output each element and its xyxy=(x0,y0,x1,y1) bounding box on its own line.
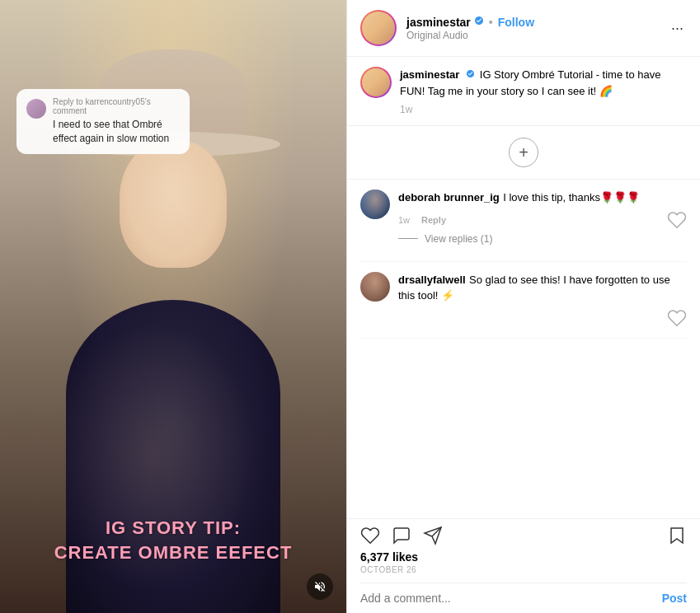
comment-input[interactable] xyxy=(360,592,662,605)
comment-reply-deborah[interactable]: Reply xyxy=(421,215,446,225)
username-text: jasminestar xyxy=(406,16,471,29)
view-replies-deborah[interactable]: View replies (1) xyxy=(398,233,687,245)
mute-icon[interactable] xyxy=(307,573,333,600)
svg-marker-2 xyxy=(671,528,683,543)
post-header: jasminestar • Follow Original Audio ··· xyxy=(347,0,700,57)
video-panel: Reply to karrencountry05's comment I nee… xyxy=(0,0,346,613)
reply-bubble: Reply to karrencountry05's comment I nee… xyxy=(16,89,190,154)
comment-like-icon-deborah[interactable] xyxy=(667,210,687,230)
comment-time-deborah: 1w xyxy=(398,215,410,225)
reply-avatar xyxy=(26,99,46,119)
follow-button[interactable]: Follow xyxy=(498,16,534,29)
comments-section: deborah brunner_ig I love this tip, than… xyxy=(347,180,700,339)
instagram-panel: jasminestar • Follow Original Audio ··· … xyxy=(346,0,700,613)
overlay-line2: CREATE OMBRE EEFECT xyxy=(16,542,330,564)
post-actions: 6,377 likes OCTOBER 26 Post xyxy=(347,518,700,613)
comment-meta-sally xyxy=(398,308,687,328)
comment-meta-deborah: 1w Reply xyxy=(398,210,687,230)
likes-count: 6,377 likes xyxy=(360,550,687,564)
video-overlay: IG STORY TIP: CREATE OMBRE EEFECT xyxy=(0,517,346,564)
caption-section: jasminestar IG Story Ombré Tutorial - ti… xyxy=(347,57,700,126)
comment-like-icon-sally[interactable] xyxy=(667,308,687,328)
comment-icon[interactable] xyxy=(392,526,411,545)
save-icon[interactable] xyxy=(667,526,687,545)
verified-badge xyxy=(474,16,484,28)
add-section: + xyxy=(347,126,700,180)
more-options-button[interactable]: ··· xyxy=(668,20,687,37)
post-content: jasminestar IG Story Ombré Tutorial - ti… xyxy=(347,57,700,518)
like-icon[interactable] xyxy=(360,526,380,545)
view-replies-text: View replies (1) xyxy=(425,233,492,245)
add-button[interactable]: + xyxy=(509,138,538,167)
reply-label: Reply to karrencountry05's comment xyxy=(53,97,180,115)
comment-avatar-deborah[interactable] xyxy=(360,190,390,219)
header-info: jasminestar • Follow Original Audio xyxy=(406,16,668,41)
post-date: OCTOBER 26 xyxy=(360,565,687,574)
comment-text-deborah: I love this tip, thanks🌹🌹🌹 xyxy=(503,191,640,204)
header-avatar[interactable] xyxy=(360,10,397,46)
caption-avatar[interactable] xyxy=(360,67,392,98)
comment-username-deborah: deborah brunner_ig xyxy=(398,191,500,204)
comment-body-deborah: deborah brunner_ig I love this tip, than… xyxy=(398,190,687,251)
action-icons-row xyxy=(360,526,687,545)
overlay-line1: IG STORY TIP: xyxy=(16,517,330,539)
caption-verified-badge xyxy=(466,70,477,80)
share-icon[interactable] xyxy=(423,526,443,545)
dot-separator: • xyxy=(489,16,493,29)
comment-username-sally: drsallyfalwell xyxy=(398,274,466,286)
header-username: jasminestar • Follow xyxy=(406,16,668,29)
caption-username: jasminestar xyxy=(400,68,459,81)
comment-avatar-sally[interactable] xyxy=(360,272,390,302)
caption-time: 1w xyxy=(400,104,687,115)
reply-text: I need to see that Ombré effect again in… xyxy=(53,118,180,146)
header-subtitle: Original Audio xyxy=(406,30,668,41)
comment-body-sally: drsallyfalwell So glad to see this! I ha… xyxy=(398,272,687,328)
caption-text-block: jasminestar IG Story Ombré Tutorial - ti… xyxy=(400,67,687,115)
comment-item-sally: drsallyfalwell So glad to see this! I ha… xyxy=(360,262,687,339)
comment-input-row: Post xyxy=(360,583,687,613)
post-comment-button[interactable]: Post xyxy=(662,592,687,605)
comment-item: deborah brunner_ig I love this tip, than… xyxy=(360,180,687,262)
